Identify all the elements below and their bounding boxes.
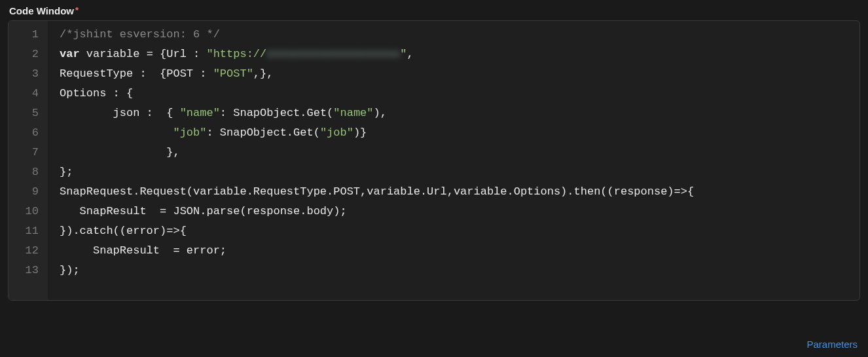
parameters-link[interactable]: Parameters [806,339,858,350]
footer: Parameters [806,339,858,350]
code-token-plain: ), [374,107,387,119]
code-token-string: "https:// [206,48,266,60]
code-line[interactable]: RequestType : {POST : "POST",}, [60,64,853,84]
code-token-plain [60,126,173,139]
panel-title: Code Window [9,5,74,16]
code-line[interactable]: }).catch((error)=>{ [60,221,853,241]
line-number: 2 [18,45,39,64]
code-line[interactable]: }); [60,261,853,280]
panel-header: Code Window* [0,0,868,20]
code-line[interactable]: /*jshint esversion: 6 */ [60,25,853,45]
code-token-string: "name" [333,107,373,119]
line-number: 5 [18,103,39,123]
code-token-string: "job" [173,126,206,139]
code-token-plain: }).catch((error)=>{ [60,225,187,237]
code-editor[interactable]: 12345678910111213 /*jshint esversion: 6 … [8,20,860,301]
code-token-keyword: var [60,48,80,60]
code-token-string: "POST" [213,67,253,80]
code-token-plain: variable = {Url : [80,48,207,60]
required-asterisk: * [75,5,79,15]
code-token-string: "job" [320,126,353,139]
code-token-plain: SnapRequest.Request(variable.RequestType… [60,185,694,198]
line-number: 4 [18,84,39,103]
line-number: 10 [18,202,39,221]
code-token-plain: json : { [60,107,180,119]
code-token-plain: }; [60,166,73,178]
code-token-comment: /*jshint esversion: 6 */ [60,28,220,41]
code-token-plain: }, [60,146,180,159]
code-line[interactable]: }, [60,143,853,162]
code-line[interactable]: "job": SnapObject.Get("job")} [60,123,853,143]
code-token-plain: )} [353,126,367,139]
line-number: 3 [18,64,39,84]
code-token-plain: , [407,48,414,60]
line-number: 8 [18,162,39,182]
line-number: 13 [18,261,39,280]
code-line[interactable]: SnapResult = JSON.parse(response.body); [60,202,853,221]
line-number: 12 [18,241,39,261]
code-line[interactable]: SnapRequest.Request(variable.RequestType… [60,182,853,202]
code-line[interactable]: json : { "name": SnapObject.Get("name"), [60,103,853,123]
code-line[interactable]: var variable = {Url : "https://xxxxxxxxx… [60,45,853,64]
code-token-string: " [400,48,407,60]
line-number: 9 [18,182,39,202]
code-token-plain: : SnapObject.Get( [220,107,333,119]
code-token-plain: SnapResult = error; [60,244,226,257]
code-token-blur: xxxxxxxxxxxxxxxxxxxx [266,45,400,64]
line-number: 11 [18,221,39,241]
code-token-plain: Options : { [60,87,133,100]
code-token-plain: : SnapObject.Get( [206,126,319,139]
code-line[interactable]: SnapResult = error; [60,241,853,261]
line-number: 1 [18,25,39,45]
code-token-plain: }); [60,264,80,276]
code-line[interactable]: }; [60,162,853,182]
line-number: 7 [18,143,39,162]
code-content[interactable]: /*jshint esversion: 6 */var variable = {… [48,21,859,300]
code-token-string: "name" [180,107,220,119]
code-token-plain: SnapResult = JSON.parse(response.body); [60,205,347,217]
line-number-gutter: 12345678910111213 [9,21,48,300]
code-token-plain: ,}, [253,67,274,80]
code-token-plain: RequestType : {POST : [60,67,213,80]
line-number: 6 [18,123,39,143]
code-line[interactable]: Options : { [60,84,853,103]
